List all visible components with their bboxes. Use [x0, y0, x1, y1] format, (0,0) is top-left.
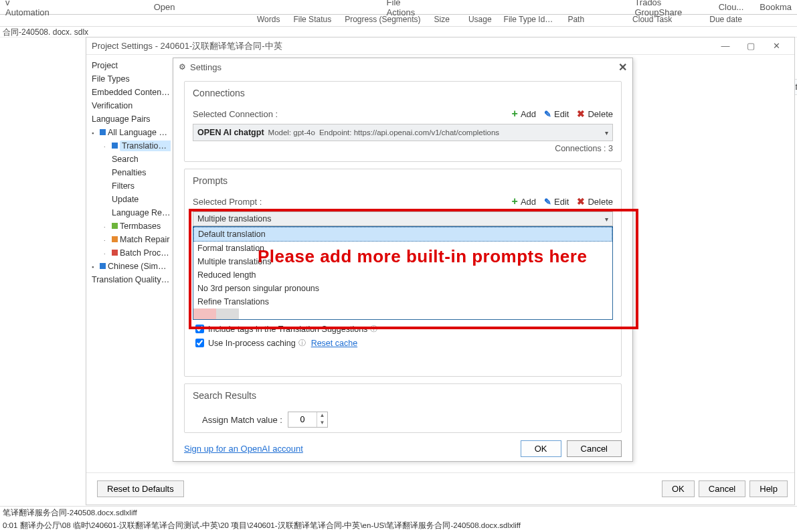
tree-language-resources[interactable]: Language Resourc [92, 206, 171, 219]
col-usage: Usage [466, 15, 495, 26]
file-row[interactable]: 合同-240508. docx. sdlx [0, 27, 797, 37]
reset-defaults-button[interactable]: Reset to Defaults [97, 480, 184, 497]
connections-legend: Connections [190, 88, 248, 98]
prompt-option[interactable]: No 3rd person singular pronouns [193, 282, 612, 295]
connection-delete-button[interactable]: ✖Delete [577, 108, 613, 119]
col-file-status: File Status [290, 15, 334, 26]
search-results-group: Search Results Assign Match value : ▲▼ [184, 383, 622, 433]
tree-verification[interactable]: Verification [92, 99, 171, 112]
include-tags-label: Include tags in the Translation Suggesti… [208, 325, 367, 334]
chevron-up-icon[interactable]: ▲ [317, 412, 327, 420]
prompt-color-swatch [239, 308, 262, 319]
search-results-legend: Search Results [190, 390, 259, 401]
include-tags-checkbox[interactable] [195, 325, 204, 333]
col-due-date: Due date [707, 15, 745, 26]
menu-cloud[interactable]: Clou... [713, 2, 749, 12]
prompt-delete-button[interactable]: ✖Delete [577, 196, 613, 207]
menu-open[interactable]: Open [149, 2, 181, 12]
settings-dialog: ⚙ Settings ✕ Connections Selected Connec… [173, 58, 633, 462]
settings-ok-button[interactable]: OK [521, 440, 561, 457]
prompts-group: Prompts Selected Prompt : +Add ✎Edit ✖De… [184, 169, 622, 377]
project-settings-title: Project Settings - 240601-汉联翻译笔译合同-中英 [92, 40, 282, 52]
info-icon: ⓘ [298, 338, 306, 348]
connection-name: OPEN AI chatgpt [197, 128, 264, 137]
inprocess-caching-checkbox[interactable] [195, 339, 204, 347]
prompt-option[interactable]: Formal translation [193, 242, 612, 255]
tree-all-language-pairs[interactable]: ▪All Language Pairs [92, 126, 171, 139]
col-path: Path [565, 15, 587, 26]
gear-icon: ⚙ [179, 62, 186, 72]
col-cloud-task: Cloud Task [630, 15, 675, 26]
connection-add-button[interactable]: +Add [512, 108, 536, 120]
minimize-button[interactable]: — [713, 38, 738, 54]
settings-close-button[interactable]: ✕ [618, 61, 627, 74]
match-value-spinner[interactable]: ▲▼ [288, 412, 328, 428]
col-progress: Progress (Segments) [342, 15, 423, 26]
status-line-filename: 笔译翻译服务合同-240508.docx.sdlxliff [0, 506, 797, 519]
prompt-color-swatch [216, 308, 239, 319]
tree-translation-memory[interactable]: ·Translation Memor [92, 139, 171, 153]
col-size: Size [432, 15, 452, 26]
status-line-path: 0:01 翻译办公厅\08 临时\240601-汉联翻译笔译合同测试-中英\20… [0, 519, 797, 532]
pencil-icon: ✎ [544, 197, 551, 207]
main-menu-bar: v Automation Open File Actions Trados Gr… [0, 0, 797, 15]
assign-match-label: Assign Match value : [202, 415, 282, 425]
close-button[interactable]: ✕ [764, 38, 789, 54]
reset-cache-link[interactable]: Reset cache [311, 339, 357, 348]
selected-prompt-label: Selected Prompt : [193, 197, 262, 207]
tree-tqa[interactable]: Translation Quality Ass [92, 273, 171, 286]
settings-cancel-button[interactable]: Cancel [567, 440, 622, 457]
plus-icon: + [512, 195, 518, 207]
prompt-dropdown-list[interactable]: Default translation Formal translation M… [193, 226, 613, 320]
tree-termbases[interactable]: ·Termbases [92, 219, 171, 233]
pencil-icon: ✎ [544, 109, 551, 119]
plus-icon: + [512, 108, 518, 120]
info-icon: ⓘ [370, 324, 377, 334]
match-value-input[interactable] [288, 412, 317, 427]
prompt-option[interactable]: Reduced length [193, 268, 612, 282]
settings-tree[interactable]: Project File Types Embedded Content Pr V… [86, 55, 173, 472]
prompt-option[interactable]: Multiple translations [193, 255, 612, 268]
prompt-edit-button[interactable]: ✎Edit [544, 197, 569, 207]
connection-combo[interactable]: OPEN AI chatgpt Model: gpt-4o Endpoint: … [193, 124, 613, 141]
tree-search[interactable]: Search [92, 153, 171, 166]
prompt-selected-text: Multiple translations [197, 214, 271, 224]
tree-filters[interactable]: Filters [92, 179, 171, 193]
status-bar: 笔译翻译服务合同-240508.docx.sdlxliff 0:01 翻译办公厅… [0, 506, 797, 532]
tree-match-repair[interactable]: ·Match Repair [92, 233, 171, 246]
ps-ok-button[interactable]: OK [662, 480, 695, 497]
connections-count: Connections : 3 [193, 144, 613, 153]
prompt-combo[interactable]: Multiple translations ▾ [193, 211, 613, 226]
prompts-legend: Prompts [190, 175, 230, 186]
ps-help-button[interactable]: Help [749, 480, 788, 497]
prompt-option[interactable]: Default translation [193, 227, 612, 242]
tree-penalties[interactable]: Penalties [92, 166, 171, 179]
tree-batch-processing[interactable]: ·Batch Processing [92, 246, 171, 260]
prompt-option[interactable]: Refine Translations [193, 295, 612, 308]
tree-chinese-simplified[interactable]: ▪Chinese (Simplified, [92, 260, 171, 273]
settings-dialog-title: Settings [190, 62, 222, 72]
col-words: Words [254, 15, 282, 26]
connection-edit-button[interactable]: ✎Edit [544, 109, 569, 119]
ps-cancel-button[interactable]: Cancel [699, 480, 745, 497]
col-filetypeid: File Type Id… [501, 15, 556, 26]
delete-icon: ✖ [577, 108, 585, 119]
chevron-down-icon[interactable]: ▼ [317, 420, 327, 427]
maximize-button[interactable]: ▢ [738, 38, 764, 54]
tree-language-pairs[interactable]: Language Pairs [92, 112, 171, 126]
inprocess-caching-label: Use In-process caching [208, 339, 296, 348]
connections-group: Connections Selected Connection : +Add ✎… [184, 81, 622, 162]
project-settings-titlebar: Project Settings - 240601-汉联翻译笔译合同-中英 — … [86, 37, 794, 55]
tree-update[interactable]: Update [92, 193, 171, 206]
chevron-down-icon: ▾ [605, 129, 608, 137]
delete-icon: ✖ [577, 196, 585, 207]
tree-file-types[interactable]: File Types [92, 72, 171, 86]
tree-embedded-content[interactable]: Embedded Content Pr [92, 86, 171, 99]
menu-bookmarks[interactable]: Bookma [754, 2, 797, 12]
selected-connection-label: Selected Connection : [193, 109, 278, 119]
menu-automation[interactable]: v Automation [0, 0, 55, 17]
tree-project[interactable]: Project [92, 59, 171, 72]
prompt-color-swatch [193, 308, 216, 319]
prompt-add-button[interactable]: +Add [512, 195, 536, 207]
signup-openai-link[interactable]: Sign up for an OpenAI account [184, 444, 303, 454]
